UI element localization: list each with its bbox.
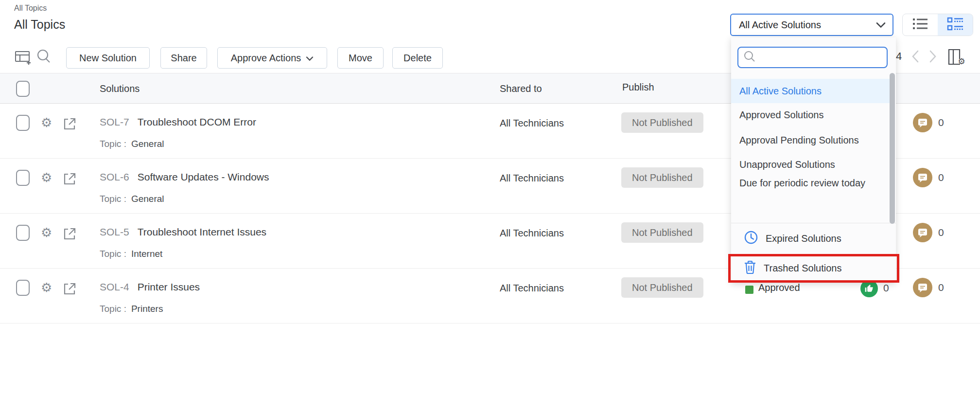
- row-checkbox[interactable]: [16, 170, 30, 186]
- clock-icon: [744, 230, 758, 247]
- external-link-icon[interactable]: [63, 282, 76, 297]
- solution-title[interactable]: Software Updates - Windows: [138, 171, 269, 183]
- solutions-page: All Topics All Topics New Solution Share…: [0, 0, 980, 397]
- solution-id: SOL-7: [100, 116, 129, 128]
- breadcrumb: All Topics: [14, 4, 47, 13]
- solution-id: SOL-6: [100, 171, 129, 183]
- row-checkbox[interactable]: [16, 280, 30, 296]
- topic-label: Topic :: [100, 249, 126, 259]
- approve-actions-button[interactable]: Approve Actions: [217, 47, 327, 69]
- column-header-publish: Publish: [622, 82, 654, 93]
- topic-value: General: [131, 194, 164, 204]
- solution-id: SOL-5: [100, 226, 129, 238]
- view-toggle: [902, 14, 973, 36]
- gear-icon[interactable]: ⚙: [41, 171, 52, 184]
- filter-dropdown-button[interactable]: All Active Solutions: [730, 14, 893, 36]
- topic-label: Topic :: [100, 139, 126, 149]
- topic-label: Topic :: [100, 304, 126, 314]
- page-next-button[interactable]: [927, 49, 938, 66]
- topic-value: Internet: [131, 249, 162, 259]
- comments-icon[interactable]: [913, 113, 932, 132]
- filter-selected-label: All Active Solutions: [739, 19, 876, 31]
- external-link-icon[interactable]: [63, 172, 76, 187]
- new-solution-button[interactable]: New Solution: [66, 47, 150, 69]
- record-count: 4: [896, 50, 902, 63]
- solution-title[interactable]: Printer Issues: [138, 281, 200, 293]
- solution-id: SOL-4: [100, 281, 129, 293]
- comments-icon[interactable]: [913, 223, 932, 242]
- filter-option-all-active[interactable]: All Active Solutions: [731, 79, 890, 103]
- gear-icon[interactable]: ⚙: [41, 281, 52, 294]
- card-view-icon: [946, 17, 964, 33]
- publish-status-badge: Not Published: [621, 167, 703, 188]
- likes-count: 0: [883, 282, 889, 294]
- row-checkbox[interactable]: [16, 115, 30, 131]
- comments-count: 0: [938, 172, 944, 183]
- approval-status: Approved: [758, 282, 800, 293]
- filter-option-due-periodic-review[interactable]: Due for periodic review today: [731, 175, 882, 191]
- page-prev-button[interactable]: [910, 49, 922, 66]
- select-all-checkbox[interactable]: [16, 81, 30, 97]
- topic-label: Topic :: [100, 194, 126, 204]
- row-checkbox[interactable]: [16, 225, 30, 241]
- search-icon: [743, 50, 756, 65]
- column-settings-icon[interactable]: ⚙: [947, 48, 966, 68]
- page-title: All Topics: [14, 18, 65, 32]
- delete-button[interactable]: Delete: [392, 47, 443, 69]
- topic-value: General: [131, 139, 164, 149]
- comments-count: 0: [938, 117, 944, 128]
- filter-search-box: [737, 47, 888, 68]
- share-button[interactable]: Share: [160, 47, 207, 69]
- approved-status-icon: [745, 286, 753, 294]
- column-header-solutions: Solutions: [100, 83, 140, 94]
- list-view-button[interactable]: [903, 14, 938, 36]
- chevron-down-icon: [306, 53, 314, 64]
- solution-title[interactable]: Troubleshoot DCOM Error: [138, 116, 256, 128]
- dropdown-divider: [731, 223, 896, 223]
- svg-text:⚙: ⚙: [958, 57, 965, 66]
- external-link-icon[interactable]: [63, 227, 76, 242]
- filter-search-input[interactable]: [760, 52, 891, 64]
- filter-option-approved[interactable]: Approved Solutions: [731, 103, 890, 127]
- gear-icon[interactable]: ⚙: [41, 226, 52, 239]
- comments-icon[interactable]: [913, 278, 932, 297]
- filter-option-expired-label: Expired Solutions: [766, 233, 841, 244]
- solution-title[interactable]: Troubleshoot Internet Issues: [138, 226, 266, 238]
- shared-to-value: All Technicians: [500, 228, 564, 239]
- trashed-solutions-highlight-box: [728, 254, 899, 283]
- shared-to-value: All Technicians: [500, 118, 564, 129]
- gear-icon[interactable]: ⚙: [41, 116, 52, 129]
- publish-status-badge: Not Published: [621, 222, 703, 243]
- topic-value: Printers: [131, 304, 163, 314]
- add-view-icon[interactable]: [15, 50, 32, 67]
- comments-count: 0: [938, 227, 944, 238]
- filter-option-approval-pending[interactable]: Approval Pending Solutions: [731, 128, 890, 152]
- approve-actions-label: Approve Actions: [231, 53, 301, 64]
- chevron-down-icon: [876, 19, 886, 31]
- publish-status-badge: Not Published: [621, 277, 703, 298]
- filter-dropdown-panel: All Active Solutions Approved Solutions …: [731, 37, 896, 283]
- shared-to-value: All Technicians: [500, 173, 564, 184]
- move-button[interactable]: Move: [337, 47, 384, 69]
- external-link-icon[interactable]: [63, 117, 76, 132]
- card-view-button[interactable]: [938, 14, 973, 36]
- dropdown-scrollbar[interactable]: [890, 73, 895, 224]
- list-view-icon: [912, 17, 928, 33]
- shared-to-value: All Technicians: [500, 283, 564, 294]
- column-header-shared-to: Shared to: [500, 83, 542, 94]
- publish-status-badge: Not Published: [621, 112, 703, 133]
- filter-option-unapproved[interactable]: Unapproved Solutions: [731, 152, 890, 177]
- comments-count: 0: [938, 282, 944, 293]
- filter-option-expired[interactable]: Expired Solutions: [731, 226, 890, 251]
- comments-icon[interactable]: [913, 168, 932, 187]
- search-icon[interactable]: [35, 48, 52, 67]
